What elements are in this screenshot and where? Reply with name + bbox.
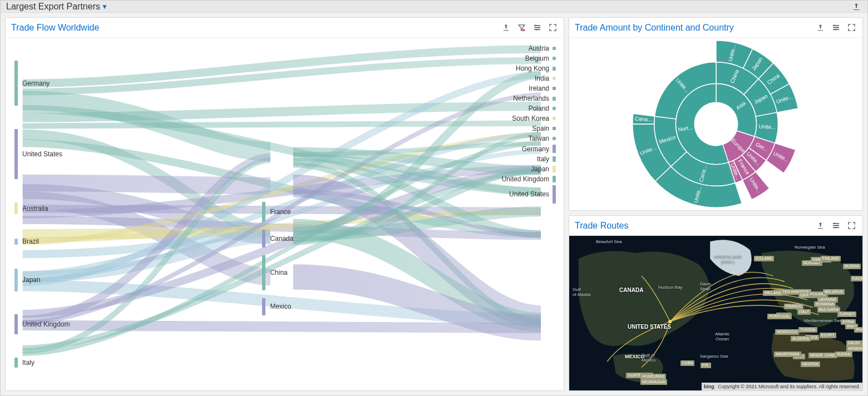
map-country-chip: IRAN	[854, 327, 862, 333]
map-country-chip: NIGER	[808, 353, 824, 358]
export-icon[interactable]	[851, 1, 862, 12]
settings-icon[interactable]	[531, 22, 542, 33]
sankey-node[interactable]: Belgium	[525, 55, 556, 62]
map-label-mediterranean: Mediterranean Sea	[804, 318, 842, 323]
sankey-node[interactable]: Spain	[532, 125, 556, 132]
sankey-node[interactable]: Hong Kong	[516, 65, 556, 72]
map-label-gulfalaska: Gulf of Alaska	[573, 287, 590, 297]
map-country-chip: ALGERIA	[791, 336, 811, 341]
sankey-node[interactable]: United Kingdom	[502, 175, 556, 183]
sankey-node[interactable]: Italy	[537, 155, 556, 163]
map-country-chip: HONDURAS	[640, 374, 666, 379]
left-column: Trade Flow Worldwide	[5, 17, 564, 391]
svg-point-30	[835, 227, 836, 228]
sankey-node[interactable]: Australia	[14, 202, 92, 215]
sankey-node[interactable]: Austria	[529, 44, 556, 52]
sankey-mid-column: FranceCanadaChinaMexico	[262, 38, 323, 390]
map-country-chip: TUNISIA	[798, 327, 817, 333]
sunburst-header: Trade Amount by Continent and Country	[569, 18, 862, 38]
export-icon[interactable]	[815, 22, 826, 33]
map-country-chip: FINLAND	[821, 256, 841, 261]
sankey-node[interactable]: South Korea	[512, 115, 556, 122]
clear-filter-icon[interactable]	[516, 22, 527, 33]
svg-point-28	[834, 223, 835, 224]
sankey-header: Trade Flow Worldwide	[6, 18, 564, 38]
sankey-node[interactable]: Brazil	[14, 237, 92, 245]
map-label-usa: UNITED STATES	[628, 324, 671, 330]
page-title: Largest Export Partners	[6, 2, 100, 12]
export-icon[interactable]	[815, 220, 826, 231]
sankey-node[interactable]: China	[262, 255, 323, 290]
sankey-title: Trade Flow Worldwide	[11, 23, 99, 33]
svg-point-2	[536, 29, 537, 30]
export-icon[interactable]	[500, 22, 511, 33]
map-label-hudson: Hudson Bay	[658, 285, 683, 290]
map-label-beaufort: Beaufort Sea	[596, 239, 622, 244]
sankey-source-column: GermanyUnited StatesAustraliaBrazilJapan…	[14, 38, 92, 390]
sunburst-actions	[815, 22, 857, 33]
map-attribution: bing Copyright © 2021 Microsoft and its …	[702, 383, 862, 390]
right-column: Trade Amount by Continent and Country As…	[569, 17, 863, 391]
svg-point-5	[835, 29, 836, 30]
sankey-node[interactable]: India	[535, 75, 556, 82]
svg-point-32	[668, 320, 672, 324]
map-label-greenland: GREENLAND (DEN.)	[714, 255, 742, 265]
map-country-chip: MAURITANIA	[774, 352, 801, 357]
map-label-canada: CANADA	[619, 287, 643, 293]
map-actions	[815, 220, 857, 231]
map-body[interactable]: CANADA UNITED STATES MEXICO Atlantic Oce…	[569, 236, 862, 390]
sunburst-panel: Trade Amount by Continent and Country As…	[569, 17, 863, 211]
settings-icon[interactable]	[830, 220, 841, 231]
map-country-chip: IRELAND	[763, 290, 783, 296]
map-country-chip: PORTUGAL	[767, 314, 792, 319]
sankey-node[interactable]: Mexico	[262, 298, 323, 316]
sankey-node[interactable]: Poland	[529, 105, 556, 112]
map-country-chip: CUBA	[680, 360, 694, 366]
sankey-node[interactable]: Germany	[522, 145, 556, 152]
sankey-node[interactable]: France	[262, 202, 323, 222]
dashboard-content: Trade Flow Worldwide	[1, 13, 867, 395]
sankey-actions	[500, 22, 558, 33]
map-country-chip: ICELAND	[754, 256, 774, 261]
map-country-chip: KAZAKHSTAN	[851, 276, 862, 281]
svg-text:Cana...: Cana...	[634, 116, 652, 123]
map-label-sargasso: Sargasso Sea	[700, 354, 728, 359]
map-panel: Trade Routes	[569, 215, 863, 391]
fullscreen-icon[interactable]	[547, 22, 558, 33]
map-country-chip: P.R.	[701, 363, 711, 368]
map-canvas[interactable]: CANADA UNITED STATES MEXICO Atlantic Oce…	[569, 236, 862, 390]
map-country-chip: MOROCCO	[775, 329, 799, 335]
map-country-chip: ROMANIA	[814, 301, 836, 307]
sankey-node[interactable]: Japan	[14, 269, 92, 291]
sankey-node[interactable]: United Kingdom	[14, 314, 92, 334]
sankey-target-column: AustriaBelgiumHong KongIndiaIrelandNethe…	[484, 38, 556, 390]
settings-icon[interactable]	[830, 22, 841, 33]
map-country-chip: SAUDI ARABIA	[846, 340, 862, 352]
map-label-atlantic: Atlantic Ocean	[715, 331, 729, 341]
sankey-node[interactable]: United States	[14, 129, 92, 179]
attribution-text: Copyright © 2021 Microsoft and its suppl…	[718, 384, 860, 389]
page-header-actions	[851, 1, 862, 12]
map-country-chip: TURKEY	[837, 311, 856, 317]
map-country-chip: ITALY	[797, 309, 811, 315]
map-title: Trade Routes	[575, 221, 628, 231]
sankey-body[interactable]: GermanyUnited StatesAustraliaBrazilJapan…	[6, 38, 564, 390]
map-label-davis: Davis Strait	[700, 281, 711, 291]
sunburst-title: Trade Amount by Continent and Country	[575, 23, 734, 33]
filter-indicator-icon[interactable]: ▼	[101, 3, 108, 11]
sunburst-body[interactable]: AsiaEuropeNort...ChinaJapanUnite...Ger..…	[569, 38, 862, 210]
map-label-gulfmex: Gulf of Mexico	[642, 353, 655, 363]
sankey-node[interactable]: Japan	[531, 165, 556, 173]
sankey-node[interactable]: Germany	[14, 61, 92, 106]
sankey-node[interactable]: United States	[509, 185, 556, 204]
svg-point-29	[836, 225, 837, 226]
sankey-node[interactable]: Ireland	[529, 85, 556, 92]
svg-point-1	[537, 27, 539, 28]
sankey-node[interactable]: Italy	[14, 358, 92, 368]
page-header: Largest Export Partners ▼	[1, 1, 867, 13]
fullscreen-icon[interactable]	[846, 220, 857, 231]
sankey-node[interactable]: Netherlands	[513, 95, 556, 102]
sankey-node[interactable]: Taiwan	[529, 135, 556, 142]
fullscreen-icon[interactable]	[846, 22, 857, 33]
sankey-node[interactable]: Canada	[262, 230, 323, 248]
